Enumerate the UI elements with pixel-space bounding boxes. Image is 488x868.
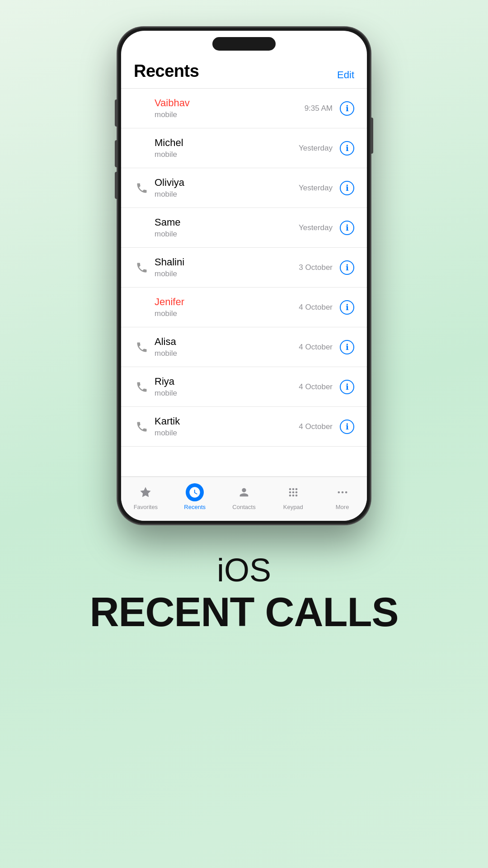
promo-line1: iOS (90, 552, 399, 589)
call-right: 4 Octoberℹ (299, 420, 354, 434)
svg-point-11 (345, 491, 347, 494)
header: Recents Edit (121, 51, 367, 88)
call-type: mobile (155, 190, 299, 199)
svg-point-7 (292, 495, 294, 497)
svg-point-10 (341, 491, 343, 494)
call-item: MichelmobileYesterdayℹ (121, 128, 367, 168)
tab-keypad[interactable]: Keypad (268, 483, 318, 510)
tab-label: Contacts (232, 504, 255, 510)
info-button[interactable]: ℹ (340, 260, 354, 275)
info-button[interactable]: ℹ (340, 101, 354, 116)
missed-call-icon (134, 182, 150, 194)
call-info: Kartikmobile (155, 415, 299, 438)
call-name[interactable]: Vaibhav (155, 97, 305, 109)
promo-text: iOS RECENT CALLS (90, 552, 399, 636)
call-name[interactable]: Jenifer (155, 296, 299, 308)
call-name[interactable]: Riya (155, 376, 299, 387)
call-time: 4 October (299, 422, 333, 431)
call-item: Riyamobile4 Octoberℹ (121, 367, 367, 407)
screen-content: Recents Edit Vaibhavmobile9:35 AMℹ Miche… (121, 51, 367, 521)
call-info: Riyamobile (155, 376, 299, 398)
svg-point-9 (338, 491, 340, 494)
call-name[interactable]: Shalini (155, 256, 299, 268)
call-item: Vaibhavmobile9:35 AMℹ (121, 89, 367, 128)
call-info: Jenifermobile (155, 296, 299, 318)
missed-call-icon (134, 381, 150, 393)
call-type: mobile (155, 269, 299, 278)
call-time: Yesterday (299, 144, 333, 153)
page-title: Recents (134, 61, 199, 81)
call-item: SamemobileYesterdayℹ (121, 208, 367, 248)
call-type: mobile (155, 230, 299, 239)
call-info: Shalinimobile (155, 256, 299, 278)
tab-favorites[interactable]: Favorites (121, 483, 170, 510)
call-right: 3 Octoberℹ (299, 260, 354, 275)
svg-point-6 (289, 495, 291, 497)
call-item: Shalinimobile3 Octoberℹ (121, 248, 367, 288)
call-time: 3 October (299, 263, 333, 272)
svg-point-8 (295, 495, 297, 497)
call-right: Yesterdayℹ (299, 221, 354, 235)
tab-recents[interactable]: Recents (170, 483, 220, 510)
contacts-icon (235, 483, 253, 501)
tab-label: More (336, 504, 349, 510)
call-type: mobile (155, 309, 299, 318)
call-time: 9:35 AM (305, 104, 333, 113)
tab-label: Recents (184, 504, 206, 510)
tab-contacts[interactable]: Contacts (220, 483, 269, 510)
call-item: Kartikmobile4 Octoberℹ (121, 407, 367, 447)
call-item: Jenifermobile4 Octoberℹ (121, 288, 367, 327)
call-type: mobile (155, 349, 299, 358)
phone-screen: Recents Edit Vaibhavmobile9:35 AMℹ Miche… (121, 31, 367, 521)
info-button[interactable]: ℹ (340, 221, 354, 235)
tab-bar: FavoritesRecentsContacts KeypadMore (121, 476, 367, 521)
call-right: 9:35 AMℹ (305, 101, 354, 116)
svg-point-3 (289, 491, 291, 494)
call-info: Vaibhavmobile (155, 97, 305, 119)
call-type: mobile (155, 150, 299, 159)
call-name[interactable]: Oliviya (155, 177, 299, 189)
call-name[interactable]: Kartik (155, 415, 299, 427)
info-button[interactable]: ℹ (340, 340, 354, 354)
call-info: Oliviyamobile (155, 177, 299, 199)
missed-call-icon (134, 420, 150, 433)
call-info: Michelmobile (155, 137, 299, 159)
call-time: Yesterday (299, 223, 333, 232)
call-time: 4 October (299, 303, 333, 312)
tab-more[interactable]: More (318, 483, 367, 510)
svg-point-2 (295, 488, 297, 491)
call-name[interactable]: Alisa (155, 336, 299, 348)
recents-icon (186, 483, 204, 501)
call-right: Yesterdayℹ (299, 141, 354, 156)
call-info: Samemobile (155, 217, 299, 239)
info-button[interactable]: ℹ (340, 141, 354, 156)
info-button[interactable]: ℹ (340, 380, 354, 394)
tab-label: Favorites (134, 504, 158, 510)
missed-call-icon (134, 341, 150, 354)
info-button[interactable]: ℹ (340, 300, 354, 315)
more-icon (333, 483, 352, 501)
info-button[interactable]: ℹ (340, 181, 354, 195)
svg-point-0 (289, 488, 291, 491)
svg-point-4 (292, 491, 294, 494)
call-type: mobile (155, 429, 299, 438)
info-button[interactable]: ℹ (340, 420, 354, 434)
call-type: mobile (155, 110, 305, 119)
svg-point-5 (295, 491, 297, 494)
favorites-icon (136, 483, 155, 501)
tab-label: Keypad (283, 504, 303, 510)
svg-point-1 (292, 488, 294, 491)
phone-frame: Recents Edit Vaibhavmobile9:35 AMℹ Miche… (117, 27, 371, 524)
call-name[interactable]: Same (155, 217, 299, 228)
call-right: Yesterdayℹ (299, 181, 354, 195)
call-list: Vaibhavmobile9:35 AMℹ MichelmobileYester… (121, 89, 367, 476)
missed-call-icon (134, 261, 150, 274)
call-info: Alisamobile (155, 336, 299, 358)
edit-button[interactable]: Edit (337, 69, 354, 81)
call-type: mobile (155, 389, 299, 398)
call-item: OliviyamobileYesterdayℹ (121, 168, 367, 208)
promo-line2: RECENT CALLS (90, 589, 399, 636)
keypad-icon (284, 483, 302, 501)
call-name[interactable]: Michel (155, 137, 299, 149)
call-time: Yesterday (299, 184, 333, 193)
